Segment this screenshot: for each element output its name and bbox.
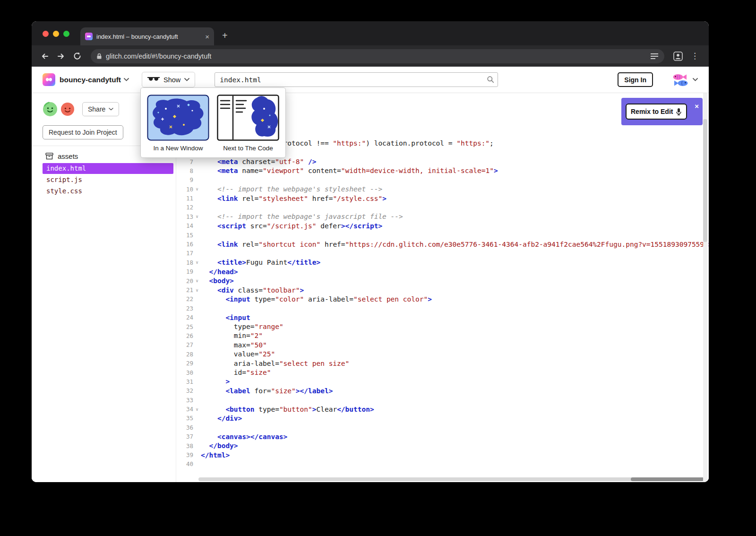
code-text: <meta name="viewport" content="width=dev… — [201, 167, 498, 174]
browser-tab[interactable]: index.html – bouncy-candytuft × — [80, 27, 214, 45]
address-bar[interactable]: glitch.com/edit/#!/bouncy-candytuft — [91, 49, 664, 63]
code-line[interactable]: 15 — [176, 230, 709, 239]
request-join-button[interactable]: Request to Join Project — [43, 125, 123, 139]
code-line[interactable]: 40 — [176, 459, 709, 468]
new-tab-button[interactable]: + — [222, 30, 228, 41]
code-line[interactable]: 20∨ <body> — [176, 276, 709, 285]
window-controls — [43, 31, 69, 37]
code-line[interactable]: 26 min="2" — [176, 331, 709, 340]
code-line[interactable]: 39</html> — [176, 450, 709, 459]
vertical-scrollbar[interactable] — [703, 93, 707, 482]
code-line[interactable]: 33 — [176, 396, 709, 405]
code-line[interactable]: 34∨ <button type="button">Clear</button> — [176, 405, 709, 414]
code-line[interactable]: 22 <input type="color" aria-label="selec… — [176, 294, 709, 303]
menu-option-label: Next to The Code — [223, 145, 273, 152]
code-line[interactable]: 35 </div> — [176, 414, 709, 423]
code-text: <meta charset="utf-8" /> — [201, 158, 316, 165]
code-line[interactable]: 16 <link rel="shortcut icon" href="https… — [176, 240, 709, 249]
file-item-index-html[interactable]: index.html — [43, 163, 173, 174]
code-line[interactable]: 28 value="25" — [176, 350, 709, 359]
profile-button[interactable] — [672, 50, 684, 62]
remix-banner-close-icon[interactable]: × — [695, 102, 699, 110]
line-number: 25 — [176, 323, 193, 330]
back-button[interactable] — [39, 50, 51, 62]
filename-search-wrap — [215, 72, 498, 87]
line-number: 23 — [176, 305, 193, 312]
browser-menu-button[interactable]: ⋮ — [688, 51, 702, 61]
fold-chevron-icon[interactable]: ∨ — [193, 407, 201, 412]
fold-chevron-icon[interactable]: ∨ — [193, 214, 201, 219]
minimize-window-button[interactable] — [53, 31, 59, 37]
fold-chevron-icon[interactable]: ∨ — [193, 278, 201, 283]
line-number: 17 — [176, 250, 193, 257]
code-line[interactable]: 36 — [176, 423, 709, 432]
project-chevron-down-icon[interactable] — [124, 78, 129, 81]
code-line[interactable]: 38 </body> — [176, 441, 709, 450]
filename-input[interactable] — [215, 72, 498, 87]
main-area: Share Request to Join Project assets ind… — [32, 93, 709, 482]
code-line[interactable]: 14 <script src="/script.js" defer></scri… — [176, 221, 709, 230]
reading-list-icon[interactable] — [650, 52, 659, 60]
project-name[interactable]: bouncy-candytuft — [60, 76, 121, 84]
menu-option-next-to-code[interactable]: Next to The Code — [216, 95, 280, 152]
fold-chevron-icon[interactable]: ∨ — [193, 288, 201, 293]
code-line[interactable]: 9 — [176, 175, 709, 184]
microphone-icon — [676, 108, 682, 116]
code-line[interactable]: 21∨ <div class="toolbar"> — [176, 285, 709, 294]
share-chevron-down-icon — [109, 108, 113, 111]
code-line[interactable]: 13∨ <!-- import the webpage's javascript… — [176, 212, 709, 221]
code-line[interactable]: 25 type="range" — [176, 322, 709, 331]
user-avatar[interactable] — [671, 73, 690, 87]
lock-icon — [96, 53, 102, 60]
line-number: 21 — [176, 286, 193, 294]
code-line[interactable]: 32 <label for="size"></label> — [176, 386, 709, 395]
glitch-logo[interactable] — [43, 73, 55, 86]
share-button[interactable]: Share — [82, 102, 119, 116]
code-line[interactable]: 8 <meta name="viewport" content="width=d… — [176, 166, 709, 175]
code-line[interactable]: 24 <input — [176, 313, 709, 322]
forward-button[interactable] — [55, 50, 67, 62]
fold-chevron-icon[interactable]: ∨ — [193, 260, 201, 265]
line-number: 9 — [176, 176, 193, 183]
line-number: 16 — [176, 241, 193, 248]
code-line[interactable]: 27 max="50" — [176, 340, 709, 349]
maximize-window-button[interactable] — [63, 31, 69, 37]
remix-to-edit-button[interactable]: Remix to Edit — [626, 104, 687, 120]
tab-favicon-glitch-icon — [85, 33, 93, 40]
close-window-button[interactable] — [43, 31, 49, 37]
code-line[interactable]: 11 <link rel="stylesheet" href="/style.c… — [176, 194, 709, 203]
code-line[interactable]: 18∨ <title>Fugu Paint</title> — [176, 258, 709, 267]
fold-chevron-icon[interactable]: ∨ — [193, 187, 201, 191]
code-text: <label for="size"></label> — [201, 387, 333, 395]
member-avatar-green[interactable] — [43, 102, 58, 117]
horizontal-scrollbar-thumb[interactable] — [631, 477, 704, 481]
code-line[interactable]: 29 aria-label="select pen size" — [176, 359, 709, 368]
tab-close-icon[interactable]: × — [205, 33, 209, 41]
code-text: min="2" — [201, 332, 263, 339]
sign-in-button[interactable]: Sign In — [618, 72, 653, 87]
line-number: 36 — [176, 424, 193, 431]
avatar-chevron-down-icon[interactable] — [693, 78, 698, 81]
code-line[interactable]: 31 > — [176, 377, 709, 386]
code-line[interactable]: 10∨ <!-- import the webpage's stylesheet… — [176, 185, 709, 194]
line-number: 31 — [176, 378, 193, 385]
code-line[interactable]: 17 — [176, 249, 709, 258]
code-line[interactable]: 12 — [176, 203, 709, 212]
file-item-style-css[interactable]: style.css — [43, 186, 173, 197]
code-text: > — [201, 378, 230, 385]
code-line[interactable]: 37 <canvas></canvas> — [176, 432, 709, 441]
reload-button[interactable] — [71, 50, 83, 62]
code-line[interactable]: 19 </head> — [176, 267, 709, 276]
code-text: <body> — [201, 277, 234, 285]
show-button[interactable]: Show — [142, 72, 195, 87]
horizontal-scrollbar[interactable] — [198, 477, 704, 481]
member-avatar-red[interactable] — [60, 102, 75, 116]
code-line[interactable]: 30 id="size" — [176, 368, 709, 377]
menu-option-new-window[interactable]: In a New Window — [146, 95, 210, 152]
show-chevron-down-icon — [184, 78, 189, 81]
code-line[interactable]: 7 <meta charset="utf-8" /> — [176, 157, 709, 166]
code-line[interactable]: 23 — [176, 304, 709, 313]
vertical-scrollbar-thumb[interactable] — [703, 119, 707, 242]
line-number: 40 — [176, 460, 193, 467]
file-item-script-js[interactable]: script.js — [43, 174, 173, 185]
